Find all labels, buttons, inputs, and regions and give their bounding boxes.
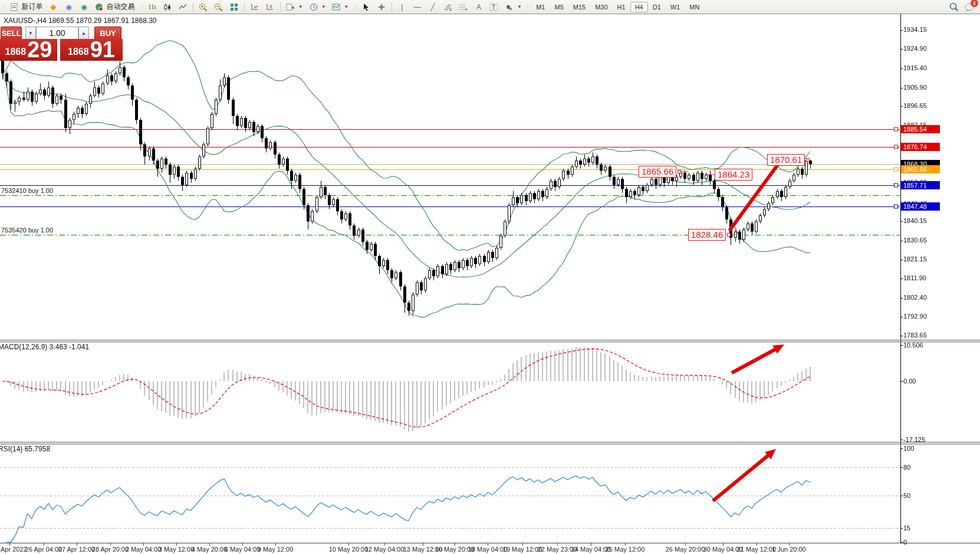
time-axis-label: 28 Apr 20:00 [92, 546, 129, 553]
time-axis-label: 9 May 12:00 [258, 546, 294, 553]
rsi-axis-label: 80 [903, 464, 910, 471]
price-axis-tick: 1905.90 [903, 84, 927, 91]
time-axis-label: 19 May 12:00 [503, 546, 542, 553]
price-axis-tick: 1896.65 [903, 102, 927, 109]
rsi-label: RSI(14) 65.7958 [0, 445, 50, 453]
price-level-label: 1847.48 [901, 202, 940, 211]
time-axis-label: 6 May 04:00 [225, 546, 261, 553]
rsi-axis-label: 100 [903, 445, 914, 452]
price-axis-tick: 1934.15 [903, 26, 927, 33]
price-axis-tick: 1840.15 [903, 217, 927, 224]
price-axis-tick: 1802.40 [903, 294, 927, 301]
price-axis-tick: 1830.65 [903, 237, 927, 244]
rsi-axis-label: 0 [903, 539, 907, 546]
price-axis-tick: 1915.40 [903, 64, 927, 71]
price-level-label: 1876.74 [901, 143, 940, 151]
macd-label: MACD(12,26,9) 3.463 -1.041 [0, 343, 89, 351]
time-axis-label: 10 May 20:00 [329, 546, 369, 553]
macd-axis-label: 0.00 [903, 378, 916, 385]
buy-price-small: 1868 [68, 47, 89, 57]
time-axis-label: 24 May 04:00 [571, 546, 611, 553]
time-axis-label: 4 May 20:00 [192, 546, 228, 553]
rsi-axis-label: 50 [903, 492, 910, 499]
sell-button[interactable]: SELL [1, 27, 22, 40]
trading-terminal-window: ∷ 新订单 ◆ ◉ ◉ 自动交易 ∷ ▼ ▼ ▼ ∷ [0, 0, 980, 554]
price-axis-tick: 1821.15 [903, 255, 927, 263]
time-axis-label: 12 May 04:00 [365, 546, 405, 553]
price-callout[interactable]: 1870.61 [767, 154, 805, 166]
position-label: 7535420 buy 1.00 [1, 227, 53, 234]
time-axis-label: 18 May 04:00 [468, 546, 508, 553]
rsi-axis-label: 15 [903, 525, 910, 532]
position-label: 7532410 buy 1.00 [1, 187, 53, 194]
price-callout[interactable]: 1864.23 [715, 169, 752, 181]
time-axis-label: 31 May 12:00 [737, 546, 777, 553]
macd-axis-label: -17.125 [903, 436, 925, 443]
time-axis-label: 3 May 12:00 [159, 546, 195, 553]
time-axis-label: 25 May 12:00 [606, 546, 645, 553]
price-axis-tick: 1792.90 [903, 313, 927, 320]
one-click-trade-panel: SELL ▼ 1.00 ▲ BUY 1868 29 1868 91 [0, 26, 125, 61]
price-level-label: 1865.66 [901, 165, 940, 173]
time-axis-label: 1 Jun 20:00 [772, 546, 806, 553]
price-level-label: 1857.71 [901, 181, 940, 189]
price-axis-tick: 1811.90 [903, 274, 926, 281]
time-axis-label: 2 May 04:00 [126, 546, 162, 553]
time-axis-label: 27 Apr 12:00 [58, 546, 95, 553]
price-callout[interactable]: 1828.46 [688, 229, 726, 241]
chart-title: XAUUSD-,H4 1869.55 1870.29 1867.91 1868.… [4, 17, 157, 25]
price-callout[interactable]: 1865.66 [639, 166, 676, 178]
volume-up-button[interactable]: ▲ [78, 27, 89, 40]
price-axis-tick: 1924.90 [903, 45, 927, 52]
sell-price-big: 29 [27, 40, 52, 59]
main-chart-canvas[interactable] [0, 0, 980, 554]
macd-axis-label: 10.506 [903, 342, 923, 349]
buy-price-big: 91 [90, 40, 115, 59]
time-axis-label: 26 Apr 04:00 [25, 546, 62, 553]
buy-price-display[interactable]: 1868 91 [60, 39, 123, 61]
time-axis-label: 25 Apr 2022 [0, 546, 27, 553]
price-level-label: 1885.54 [901, 125, 940, 133]
time-axis-label: 26 May 20:00 [666, 546, 705, 553]
sell-price-small: 1868 [5, 47, 27, 57]
sell-price-display[interactable]: 1868 29 [0, 39, 57, 61]
price-axis-tick: 1783.65 [903, 332, 927, 339]
